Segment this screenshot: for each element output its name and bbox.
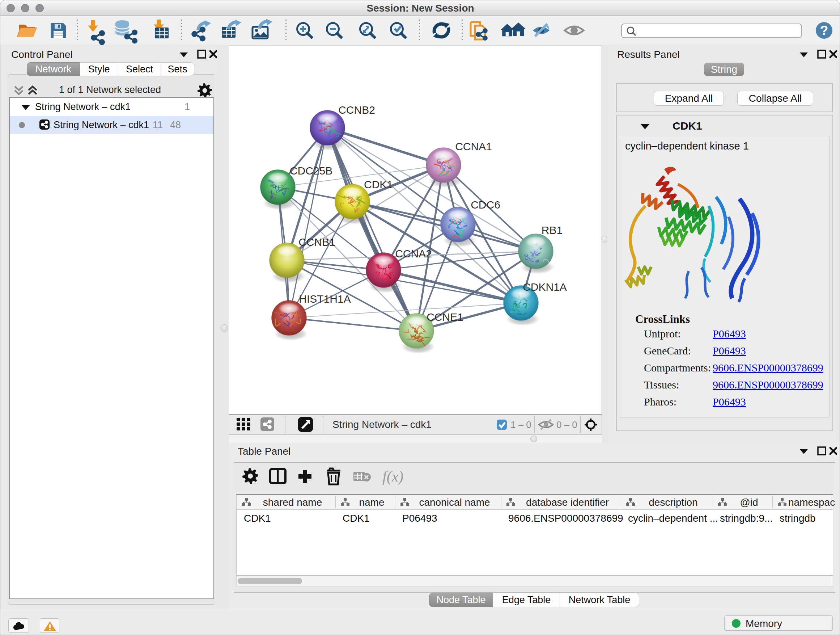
svg-text:f(x): f(x) [382,468,403,485]
svg-text:0 – 0: 0 – 0 [556,419,577,430]
svg-text:CCNA2: CCNA2 [395,248,432,260]
svg-text:1 – 0: 1 – 0 [510,419,531,430]
svg-text:CCNA1: CCNA1 [455,141,492,152]
svg-text:CCNE1: CCNE1 [426,311,463,323]
svg-text:RB1: RB1 [542,224,562,236]
svg-text:?: ? [820,23,829,38]
svg-text:CCNB2: CCNB2 [338,104,375,116]
svg-text:CDC6: CDC6 [471,199,500,211]
svg-text:CDK1: CDK1 [364,179,393,190]
svg-text:CDC25B: CDC25B [290,165,332,177]
svg-text:HIST1H1A: HIST1H1A [299,293,351,305]
svg-text:CCNB1: CCNB1 [298,236,335,248]
svg-text:String Network – cdk1: String Network – cdk1 [332,419,431,430]
svg-text:CDKN1A: CDKN1A [523,281,567,293]
